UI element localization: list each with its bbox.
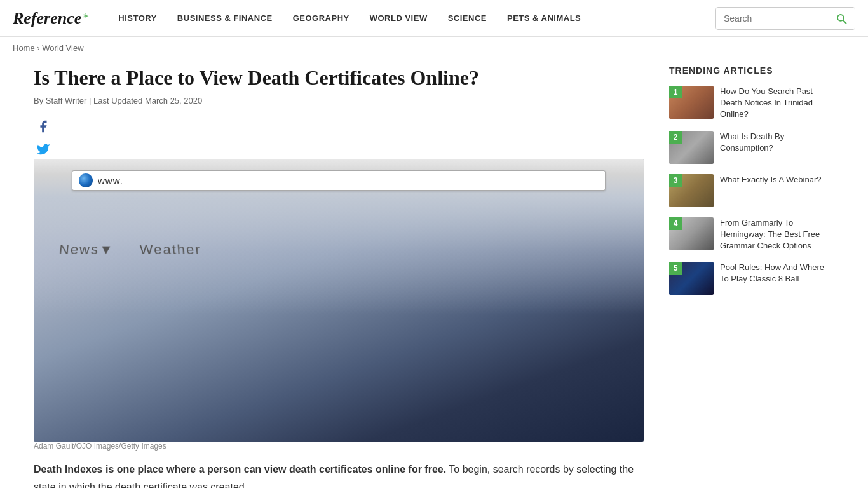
thumb-number-2: 2 [669,131,682,144]
thumb-number-3: 3 [669,174,682,187]
globe-icon [79,173,93,187]
nav-item-science[interactable]: SCIENCE [438,13,497,23]
browser-tab-news: News▼ [58,242,114,257]
trending-item[interactable]: 4 From Grammarly To Hemingway: The Best … [669,217,834,252]
logo-text: Reference [13,9,81,28]
trending-item-title-2: What Is Death By Consumption? [720,131,834,154]
trending-item-title-4: From Grammarly To Hemingway: The Best Fr… [720,217,834,252]
trending-thumb-4: 4 [669,217,714,250]
facebook-share-button[interactable] [34,117,53,136]
nav-item-geography[interactable]: GEOGRAPHY [283,13,360,23]
social-sidebar [34,117,53,159]
trending-item[interactable]: 3 What Exactly Is A Webinar? [669,174,834,207]
trending-item-title-5: Pool Rules: How And Where To Play Classi… [720,262,834,285]
meta-separator: | [89,96,91,105]
article-byline: By Staff Writer [34,96,86,105]
article-meta: By Staff Writer | Last Updated March 25,… [34,96,644,105]
facebook-icon [36,119,50,133]
breadcrumb: Home › World View [0,37,868,59]
thumb-number-4: 4 [669,217,682,230]
browser-bar: www. [72,170,606,191]
article-title: Is There a Place to View Death Certifica… [34,65,644,90]
twitter-share-button[interactable] [34,140,53,159]
article-body-bold: Death Indexes is one place where a perso… [34,464,446,475]
sidebar: TRENDING ARTICLES 1 How Do You Search Pa… [669,59,834,488]
main-nav: HISTORYBUSINESS & FINANCEGEOGRAPHYWORLD … [108,13,715,23]
hero-image: www. News▼ Weather [34,159,644,442]
trending-thumb-5: 5 [669,262,714,295]
search-box [715,7,855,30]
browser-tabs: News▼ Weather [58,242,202,257]
trending-item-title-1: How Do You Search Past Death Notices In … [720,86,834,121]
trending-thumb-2: 2 [669,131,714,164]
trending-thumb-3: 3 [669,174,714,207]
site-header: Reference* HISTORYBUSINESS & FINANCEGEOG… [0,0,868,37]
nav-item-business-finance[interactable]: BUSINESS & FINANCE [167,13,283,23]
article-last-updated: Last Updated March 25, 2020 [93,96,202,105]
article-area: Is There a Place to View Death Certifica… [34,59,644,488]
article-body: Death Indexes is one place where a perso… [34,461,644,488]
nav-item-pets-animals[interactable]: PETS & ANIMALS [497,13,591,23]
trending-item[interactable]: 1 How Do You Search Past Death Notices I… [669,86,834,121]
thumb-number-1: 1 [669,86,682,98]
trending-title: TRENDING ARTICLES [669,65,834,76]
main-container: Is There a Place to View Death Certifica… [21,59,847,488]
search-input[interactable] [716,8,828,29]
nav-item-world-view[interactable]: WORLD VIEW [360,13,438,23]
trending-list: 1 How Do You Search Past Death Notices I… [669,86,834,295]
breadcrumb-separator: › [37,43,39,53]
trending-thumb-1: 1 [669,86,714,119]
trending-item-title-3: What Exactly Is A Webinar? [720,174,821,186]
breadcrumb-current: World View [42,43,83,53]
hero-image-container: www. News▼ Weather Adam Gault/OJO Images… [34,159,644,451]
image-caption: Adam Gault/OJO Images/Getty Images [34,442,644,451]
browser-tab-weather: Weather [140,242,202,257]
search-icon [836,13,847,24]
trending-item[interactable]: 2 What Is Death By Consumption? [669,131,834,164]
svg-line-1 [843,20,846,23]
hero-overlay: www. News▼ Weather [34,159,644,442]
logo-asterisk: * [83,11,89,25]
url-text: www. [98,175,123,186]
thumb-number-5: 5 [669,262,682,274]
twitter-icon [36,142,50,156]
breadcrumb-home[interactable]: Home [13,43,35,53]
nav-item-history[interactable]: HISTORY [108,13,167,23]
trending-item[interactable]: 5 Pool Rules: How And Where To Play Clas… [669,262,834,295]
site-logo[interactable]: Reference* [13,9,89,28]
search-button[interactable] [828,8,855,29]
